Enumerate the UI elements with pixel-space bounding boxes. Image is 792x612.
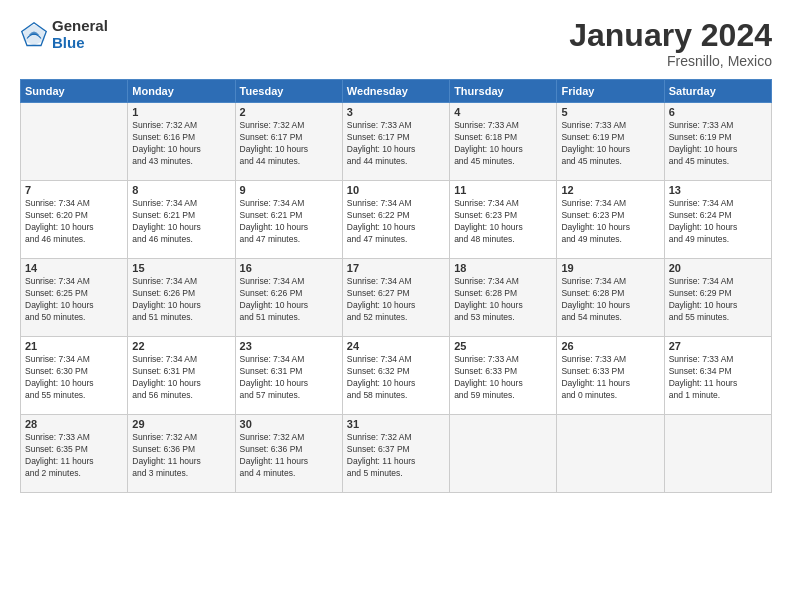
calendar-cell: 24Sunrise: 7:34 AM Sunset: 6:32 PM Dayli… bbox=[342, 337, 449, 415]
day-info: Sunrise: 7:34 AM Sunset: 6:28 PM Dayligh… bbox=[561, 276, 659, 324]
day-info: Sunrise: 7:34 AM Sunset: 6:28 PM Dayligh… bbox=[454, 276, 552, 324]
day-info: Sunrise: 7:34 AM Sunset: 6:21 PM Dayligh… bbox=[240, 198, 338, 246]
day-info: Sunrise: 7:34 AM Sunset: 6:23 PM Dayligh… bbox=[561, 198, 659, 246]
day-info: Sunrise: 7:34 AM Sunset: 6:31 PM Dayligh… bbox=[240, 354, 338, 402]
day-number: 15 bbox=[132, 262, 230, 274]
calendar-cell bbox=[21, 103, 128, 181]
day-number: 1 bbox=[132, 106, 230, 118]
page: General Blue January 2024 Fresnillo, Mex… bbox=[0, 0, 792, 612]
day-number: 23 bbox=[240, 340, 338, 352]
col-thursday: Thursday bbox=[450, 80, 557, 103]
calendar-cell: 10Sunrise: 7:34 AM Sunset: 6:22 PM Dayli… bbox=[342, 181, 449, 259]
day-info: Sunrise: 7:32 AM Sunset: 6:16 PM Dayligh… bbox=[132, 120, 230, 168]
day-number: 13 bbox=[669, 184, 767, 196]
day-info: Sunrise: 7:33 AM Sunset: 6:35 PM Dayligh… bbox=[25, 432, 123, 480]
day-info: Sunrise: 7:34 AM Sunset: 6:26 PM Dayligh… bbox=[132, 276, 230, 324]
day-info: Sunrise: 7:34 AM Sunset: 6:31 PM Dayligh… bbox=[132, 354, 230, 402]
calendar-cell: 13Sunrise: 7:34 AM Sunset: 6:24 PM Dayli… bbox=[664, 181, 771, 259]
day-info: Sunrise: 7:34 AM Sunset: 6:22 PM Dayligh… bbox=[347, 198, 445, 246]
day-info: Sunrise: 7:34 AM Sunset: 6:32 PM Dayligh… bbox=[347, 354, 445, 402]
day-info: Sunrise: 7:32 AM Sunset: 6:37 PM Dayligh… bbox=[347, 432, 445, 480]
day-info: Sunrise: 7:34 AM Sunset: 6:20 PM Dayligh… bbox=[25, 198, 123, 246]
calendar-week-3: 14Sunrise: 7:34 AM Sunset: 6:25 PM Dayli… bbox=[21, 259, 772, 337]
day-info: Sunrise: 7:34 AM Sunset: 6:29 PM Dayligh… bbox=[669, 276, 767, 324]
calendar-cell: 12Sunrise: 7:34 AM Sunset: 6:23 PM Dayli… bbox=[557, 181, 664, 259]
day-number: 14 bbox=[25, 262, 123, 274]
col-saturday: Saturday bbox=[664, 80, 771, 103]
day-number: 21 bbox=[25, 340, 123, 352]
logo-icon bbox=[20, 21, 48, 49]
calendar-cell: 7Sunrise: 7:34 AM Sunset: 6:20 PM Daylig… bbox=[21, 181, 128, 259]
day-number: 8 bbox=[132, 184, 230, 196]
title-block: January 2024 Fresnillo, Mexico bbox=[569, 18, 772, 69]
calendar-cell: 15Sunrise: 7:34 AM Sunset: 6:26 PM Dayli… bbox=[128, 259, 235, 337]
day-number: 25 bbox=[454, 340, 552, 352]
calendar-cell: 16Sunrise: 7:34 AM Sunset: 6:26 PM Dayli… bbox=[235, 259, 342, 337]
calendar-cell: 14Sunrise: 7:34 AM Sunset: 6:25 PM Dayli… bbox=[21, 259, 128, 337]
logo: General Blue bbox=[20, 18, 108, 51]
day-number: 29 bbox=[132, 418, 230, 430]
calendar-cell: 18Sunrise: 7:34 AM Sunset: 6:28 PM Dayli… bbox=[450, 259, 557, 337]
day-info: Sunrise: 7:34 AM Sunset: 6:26 PM Dayligh… bbox=[240, 276, 338, 324]
day-number: 3 bbox=[347, 106, 445, 118]
day-number: 11 bbox=[454, 184, 552, 196]
calendar-cell: 26Sunrise: 7:33 AM Sunset: 6:33 PM Dayli… bbox=[557, 337, 664, 415]
calendar-cell bbox=[450, 415, 557, 493]
day-info: Sunrise: 7:34 AM Sunset: 6:24 PM Dayligh… bbox=[669, 198, 767, 246]
day-info: Sunrise: 7:33 AM Sunset: 6:19 PM Dayligh… bbox=[669, 120, 767, 168]
day-info: Sunrise: 7:34 AM Sunset: 6:21 PM Dayligh… bbox=[132, 198, 230, 246]
calendar-cell: 31Sunrise: 7:32 AM Sunset: 6:37 PM Dayli… bbox=[342, 415, 449, 493]
day-number: 2 bbox=[240, 106, 338, 118]
calendar-cell: 4Sunrise: 7:33 AM Sunset: 6:18 PM Daylig… bbox=[450, 103, 557, 181]
calendar-cell: 5Sunrise: 7:33 AM Sunset: 6:19 PM Daylig… bbox=[557, 103, 664, 181]
logo-text: General Blue bbox=[52, 18, 108, 51]
day-number: 16 bbox=[240, 262, 338, 274]
day-number: 20 bbox=[669, 262, 767, 274]
header-row: Sunday Monday Tuesday Wednesday Thursday… bbox=[21, 80, 772, 103]
col-friday: Friday bbox=[557, 80, 664, 103]
day-info: Sunrise: 7:33 AM Sunset: 6:19 PM Dayligh… bbox=[561, 120, 659, 168]
day-number: 4 bbox=[454, 106, 552, 118]
day-number: 6 bbox=[669, 106, 767, 118]
day-number: 30 bbox=[240, 418, 338, 430]
day-number: 26 bbox=[561, 340, 659, 352]
day-info: Sunrise: 7:33 AM Sunset: 6:33 PM Dayligh… bbox=[454, 354, 552, 402]
header: General Blue January 2024 Fresnillo, Mex… bbox=[20, 18, 772, 69]
day-info: Sunrise: 7:34 AM Sunset: 6:27 PM Dayligh… bbox=[347, 276, 445, 324]
calendar-cell: 2Sunrise: 7:32 AM Sunset: 6:17 PM Daylig… bbox=[235, 103, 342, 181]
calendar-week-5: 28Sunrise: 7:33 AM Sunset: 6:35 PM Dayli… bbox=[21, 415, 772, 493]
day-info: Sunrise: 7:34 AM Sunset: 6:30 PM Dayligh… bbox=[25, 354, 123, 402]
day-info: Sunrise: 7:32 AM Sunset: 6:36 PM Dayligh… bbox=[240, 432, 338, 480]
calendar-week-4: 21Sunrise: 7:34 AM Sunset: 6:30 PM Dayli… bbox=[21, 337, 772, 415]
day-info: Sunrise: 7:34 AM Sunset: 6:23 PM Dayligh… bbox=[454, 198, 552, 246]
day-info: Sunrise: 7:32 AM Sunset: 6:17 PM Dayligh… bbox=[240, 120, 338, 168]
calendar-cell: 9Sunrise: 7:34 AM Sunset: 6:21 PM Daylig… bbox=[235, 181, 342, 259]
calendar-cell: 3Sunrise: 7:33 AM Sunset: 6:17 PM Daylig… bbox=[342, 103, 449, 181]
logo-general-text: General bbox=[52, 18, 108, 35]
calendar-cell bbox=[557, 415, 664, 493]
calendar-cell: 28Sunrise: 7:33 AM Sunset: 6:35 PM Dayli… bbox=[21, 415, 128, 493]
day-number: 18 bbox=[454, 262, 552, 274]
location: Fresnillo, Mexico bbox=[569, 53, 772, 69]
day-number: 12 bbox=[561, 184, 659, 196]
col-wednesday: Wednesday bbox=[342, 80, 449, 103]
calendar-cell: 19Sunrise: 7:34 AM Sunset: 6:28 PM Dayli… bbox=[557, 259, 664, 337]
calendar-cell: 21Sunrise: 7:34 AM Sunset: 6:30 PM Dayli… bbox=[21, 337, 128, 415]
calendar-table: Sunday Monday Tuesday Wednesday Thursday… bbox=[20, 79, 772, 493]
day-info: Sunrise: 7:33 AM Sunset: 6:18 PM Dayligh… bbox=[454, 120, 552, 168]
day-number: 22 bbox=[132, 340, 230, 352]
calendar-week-2: 7Sunrise: 7:34 AM Sunset: 6:20 PM Daylig… bbox=[21, 181, 772, 259]
day-info: Sunrise: 7:33 AM Sunset: 6:17 PM Dayligh… bbox=[347, 120, 445, 168]
col-sunday: Sunday bbox=[21, 80, 128, 103]
logo-blue-text: Blue bbox=[52, 35, 108, 52]
day-number: 28 bbox=[25, 418, 123, 430]
day-info: Sunrise: 7:33 AM Sunset: 6:34 PM Dayligh… bbox=[669, 354, 767, 402]
day-number: 7 bbox=[25, 184, 123, 196]
day-number: 17 bbox=[347, 262, 445, 274]
calendar-cell bbox=[664, 415, 771, 493]
calendar-cell: 22Sunrise: 7:34 AM Sunset: 6:31 PM Dayli… bbox=[128, 337, 235, 415]
day-number: 19 bbox=[561, 262, 659, 274]
calendar-cell: 23Sunrise: 7:34 AM Sunset: 6:31 PM Dayli… bbox=[235, 337, 342, 415]
month-title: January 2024 bbox=[569, 18, 772, 53]
col-tuesday: Tuesday bbox=[235, 80, 342, 103]
